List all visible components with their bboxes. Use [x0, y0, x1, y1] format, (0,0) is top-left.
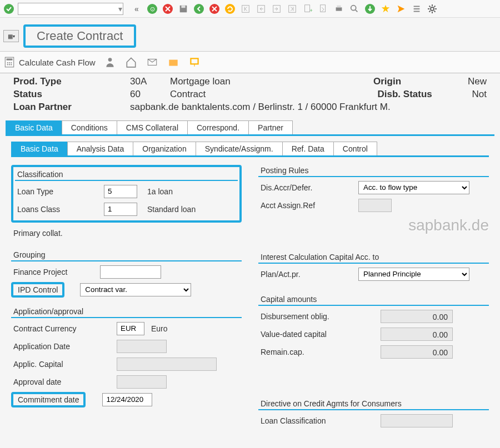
directive-group: Directive on Credit Agmts for Consumers … [258, 398, 489, 429]
cancel-icon[interactable] [161, 2, 174, 16]
acct-assign-label: Acct Assign.Ref [258, 201, 358, 210]
origin-label: Origin [373, 75, 468, 88]
fav-icon[interactable] [379, 2, 392, 16]
plan-act-select[interactable]: Planned Principle [358, 268, 469, 281]
folder-icon[interactable] [167, 56, 180, 69]
tab-correspond[interactable]: Correspond. [187, 120, 249, 134]
prod-type-label: Prod. Type [13, 75, 130, 88]
loan-partner-label: Loan Partner [13, 101, 130, 114]
approval-date-input[interactable] [117, 375, 167, 389]
right-column: Posting Rules Dis.Accr/Defer. Acc. to fl… [258, 165, 489, 437]
svg-point-8 [225, 4, 235, 14]
svg-point-18 [351, 5, 356, 10]
applic-capital-input[interactable] [117, 358, 217, 371]
plan-act-label: Plan/Act.pr. [258, 270, 358, 279]
back-circle-icon[interactable] [192, 2, 206, 16]
settings-icon[interactable] [426, 2, 439, 16]
subtab-basic-data[interactable]: Basic Data [11, 142, 68, 155]
ipd-control-select[interactable]: Contract var. [80, 283, 191, 296]
currency-label: Contract Currency [11, 324, 117, 333]
grouping-title: Grouping [11, 249, 242, 261]
disb-status-label: Disb. Status [378, 88, 472, 101]
application-title: Application/approval [11, 306, 242, 318]
save-icon[interactable] [177, 2, 190, 16]
tab-conditions[interactable]: Conditions [62, 120, 117, 134]
loan-type-label: Loan Type [15, 187, 104, 196]
tab-partner[interactable]: Partner [248, 120, 293, 134]
double-back-icon[interactable]: « [130, 2, 143, 16]
calc-label: Calculate Cash Flow [19, 58, 96, 67]
cancel2-icon[interactable] [208, 2, 221, 16]
prod-type-desc: Mortgage loan [170, 75, 373, 88]
last-page-icon[interactable] [286, 2, 299, 16]
send-icon[interactable] [394, 2, 408, 16]
loan-classification-input[interactable] [381, 414, 453, 427]
loan-type-desc: 1a loan [147, 187, 173, 196]
application-group: Application/approval Contract Currency E… [11, 306, 242, 408]
first-page-icon[interactable] [239, 2, 252, 16]
classification-group: Classification Loan Type 1a loan Loans C… [11, 165, 242, 223]
loans-class-input[interactable] [104, 203, 137, 216]
subtab-analysis[interactable]: Analysis Data [67, 142, 134, 155]
tab-basic-data[interactable]: Basic Data [6, 120, 62, 134]
commitment-date-label: Commitment date [11, 392, 86, 407]
acct-assign-input[interactable] [358, 199, 392, 212]
currency-desc: Euro [151, 324, 168, 333]
status-code: 60 [130, 88, 170, 101]
contract-info: Prod. Type 30A Mortgage loan Origin New … [0, 73, 500, 118]
loan-type-input[interactable] [104, 185, 137, 198]
svg-rect-17 [337, 5, 341, 7]
finance-project-label: Finance Project [11, 268, 100, 276]
left-column: Classification Loan Type 1a loan Loans C… [11, 165, 242, 416]
svg-rect-12 [289, 5, 296, 12]
disb-oblig-label: Disbursement oblig. [258, 312, 381, 321]
disaccr-label: Dis.Accr/Defer. [258, 183, 358, 192]
house-icon[interactable] [124, 56, 138, 69]
status-label: Status [13, 88, 130, 101]
person-icon[interactable] [103, 56, 117, 69]
status-desc: Contract [170, 88, 378, 101]
interest-calc-group: Interest Calculation Capital Acc. to Pla… [258, 251, 489, 283]
loans-class-label: Loans Class [15, 205, 104, 214]
approval-date-label: Approval date [11, 377, 117, 386]
loans-class-desc: Standard loan [147, 205, 196, 214]
layout-icon[interactable]: ▦▾ [3, 30, 19, 42]
subtab-syndicate[interactable]: Syndicate/Assignm. [196, 142, 283, 155]
copy-doc-icon[interactable] [317, 2, 330, 16]
subtab-ref-data[interactable]: Ref. Data [282, 142, 334, 155]
svg-point-28 [11, 64, 12, 65]
export-icon[interactable] [363, 2, 377, 16]
disaccr-select[interactable]: Acc. to flow type [358, 181, 469, 194]
note-icon[interactable] [188, 56, 201, 69]
posting-rules-title: Posting Rules [258, 165, 489, 177]
subtab-control[interactable]: Control [333, 142, 377, 155]
svg-point-24 [9, 62, 10, 63]
prev-page-icon[interactable] [254, 2, 268, 16]
applic-capital-label: Applic. Capital [11, 360, 117, 369]
globe-icon[interactable]: ⊙ [146, 2, 159, 16]
subtab-organization[interactable]: Organization [133, 142, 196, 155]
tab-cms-collateral[interactable]: CMS Collateral [117, 120, 188, 134]
commitment-date-input[interactable] [102, 393, 152, 406]
finance-project-input[interactable] [100, 265, 161, 279]
primary-collat-label: Primary collat. [11, 229, 100, 238]
calculate-cash-flow-button[interactable]: Calculate Cash Flow [3, 56, 96, 68]
mail-icon[interactable] [146, 56, 159, 69]
next-page-icon[interactable] [270, 2, 283, 16]
posting-rules-group: Posting Rules Dis.Accr/Defer. Acc. to fl… [258, 165, 489, 214]
ok-icon[interactable] [2, 2, 16, 16]
currency-input[interactable] [117, 322, 144, 335]
find-icon[interactable] [348, 2, 361, 16]
new-doc-icon[interactable]: + [301, 2, 314, 16]
refresh-icon[interactable] [223, 2, 237, 16]
ipd-control-label: IPD Control [11, 282, 64, 298]
prod-type-code: 30A [130, 75, 170, 88]
value-dated-val: 0.00 [381, 328, 453, 341]
loan-partner-val: sapbank.de banktalents.com / Berlinstr. … [130, 101, 487, 114]
list-icon[interactable] [410, 2, 423, 16]
command-field[interactable] [18, 3, 123, 15]
svg-point-27 [9, 64, 10, 65]
print-icon[interactable] [332, 2, 346, 16]
disb-oblig-val: 0.00 [381, 310, 453, 323]
application-date-input[interactable] [117, 340, 167, 353]
